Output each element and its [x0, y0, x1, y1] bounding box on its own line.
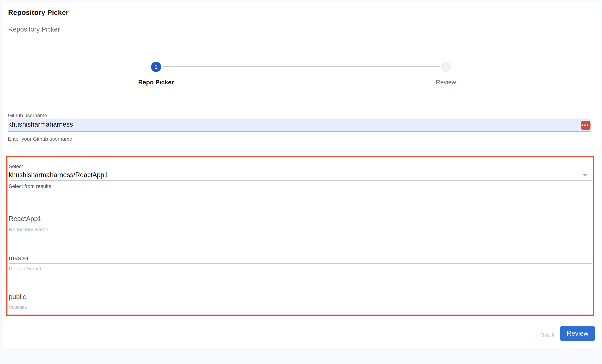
- review-button[interactable]: Review: [560, 326, 595, 341]
- back-button[interactable]: Back: [536, 330, 559, 340]
- default-branch-value[interactable]: master: [9, 253, 592, 264]
- repository-name-value[interactable]: ReactApp1: [9, 214, 592, 225]
- page-title: Repository Picker: [8, 9, 69, 17]
- repo-select-value: khushisharmaharness/ReactApp1: [9, 170, 592, 180]
- default-branch-helper: Default Branch: [9, 266, 592, 272]
- step-1-circle[interactable]: 1: [151, 62, 161, 72]
- visibility-helper: Visibility: [9, 305, 592, 310]
- repo-select-dropdown[interactable]: khushisharmaharness/ReactApp1: [9, 170, 592, 181]
- github-username-field: [8, 118, 591, 132]
- step-2-number: 2: [444, 64, 447, 70]
- page-subtitle: Repository Picker: [8, 26, 60, 33]
- repo-select-helper: Select from results: [9, 183, 592, 189]
- highlighted-results-section: Select khushisharmaharness/ReactApp1 Sel…: [6, 156, 594, 316]
- github-username-input[interactable]: [8, 118, 591, 131]
- github-username-label: Github username: [8, 113, 47, 118]
- default-branch-field: master Default Branch: [9, 253, 592, 272]
- step-1-label: Repo Picker: [122, 79, 190, 86]
- repo-select-group: Select khushisharmaharness/ReactApp1 Sel…: [9, 163, 592, 189]
- step-2-circle[interactable]: 2: [441, 62, 451, 72]
- visibility-field: public Visibility: [9, 292, 592, 310]
- repository-name-helper: Repository Name: [9, 226, 592, 233]
- lastpass-autofill-icon[interactable]: [581, 121, 591, 130]
- stepper-connector-line: [163, 66, 441, 67]
- step-1-number: 1: [155, 64, 158, 70]
- chevron-down-icon[interactable]: [583, 174, 588, 177]
- repository-name-field: ReactApp1 Repository Name: [9, 214, 592, 233]
- repo-select-label: Select: [9, 163, 592, 170]
- github-username-helper: Enter your Github username: [8, 136, 72, 142]
- step-2-label: Review: [412, 79, 480, 86]
- repository-picker-card: Repository Picker Repository Picker 1 2 …: [2, 2, 601, 348]
- visibility-value[interactable]: public: [9, 292, 592, 302]
